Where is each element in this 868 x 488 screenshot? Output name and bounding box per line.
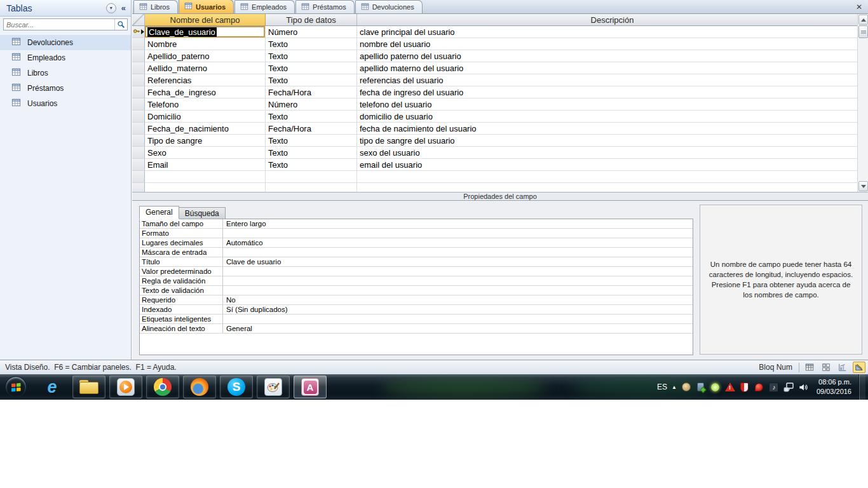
search-icon[interactable] (114, 19, 127, 30)
field-type-cell[interactable]: Texto (266, 38, 357, 50)
property-value[interactable] (223, 229, 693, 238)
field-type-cell[interactable]: Texto (266, 111, 357, 123)
search-input[interactable] (4, 21, 114, 29)
field-desc-cell[interactable]: clave principal del usuario (357, 26, 868, 38)
field-name-cell[interactable]: Telefono (145, 98, 266, 111)
tab-libros[interactable]: Libros (133, 0, 178, 13)
tray-green-glow-icon[interactable] (710, 382, 721, 392)
tray-network-icon[interactable] (783, 382, 794, 392)
field-type-cell[interactable]: Texto (266, 135, 357, 147)
access-icon[interactable]: A (294, 376, 327, 398)
field-type-cell[interactable]: Texto (266, 159, 357, 171)
taskbar-clock[interactable]: 08:06 p.m. 09/03/2016 (817, 377, 851, 396)
row-selector[interactable] (132, 62, 145, 74)
field-desc-cell[interactable]: sexo del usuario (357, 147, 868, 159)
datasheet-view-icon[interactable] (803, 362, 816, 373)
row-selector-primary-key[interactable] (132, 26, 145, 38)
tab-usuarios[interactable]: Usuarios (179, 0, 234, 13)
field-desc-cell[interactable]: fecha de ingreso del usuario (357, 86, 868, 98)
field-type-cell[interactable]: Texto (266, 74, 357, 86)
show-desktop-button[interactable] (858, 374, 865, 400)
row-selector[interactable] (132, 171, 145, 183)
property-value[interactable] (223, 248, 693, 257)
scrollbar-thumb[interactable] (858, 25, 868, 38)
scroll-up-icon[interactable] (858, 15, 868, 25)
scroll-down-icon[interactable] (858, 181, 868, 191)
tab-busqueda[interactable]: Búsqueda (179, 207, 226, 219)
field-type-cell[interactable]: Fecha/Hora (266, 86, 357, 98)
field-desc-cell[interactable]: fecha de nacimiento del usuario (357, 123, 868, 135)
field-type-cell[interactable]: Texto (266, 147, 357, 159)
property-value[interactable] (223, 286, 693, 295)
field-desc-cell[interactable]: email del usuario (357, 159, 868, 171)
field-name-cell[interactable]: Clave_de_usuario (145, 26, 266, 38)
field-desc-cell[interactable] (357, 171, 868, 183)
row-selector[interactable] (132, 183, 145, 192)
sidebar-item-devoluciones[interactable]: Devoluciones (0, 35, 131, 50)
start-button[interactable] (5, 376, 27, 398)
property-value[interactable] (223, 267, 693, 276)
grid-corner[interactable] (132, 14, 145, 26)
field-name-cell[interactable]: Nombre (145, 38, 266, 50)
field-type-cell[interactable]: Número (266, 26, 357, 38)
field-type-cell[interactable]: Texto (266, 62, 357, 74)
row-selector[interactable] (132, 123, 145, 135)
field-desc-cell[interactable]: telefono del usuario (357, 98, 868, 111)
property-value[interactable]: Sí (Sin duplicados) (223, 305, 693, 315)
field-name-cell[interactable]: Apellido_paterno (145, 50, 266, 62)
field-name-cell[interactable]: Referencias (145, 74, 266, 86)
sidebar-item-prestamos[interactable]: Préstamos (0, 81, 131, 96)
pivotchart-view-icon[interactable] (836, 362, 849, 373)
row-selector[interactable] (132, 147, 145, 159)
field-name-cell[interactable]: Sexo (145, 147, 266, 159)
property-value[interactable]: Clave de usuario (223, 257, 693, 267)
column-header-tipo[interactable]: Tipo de datos (266, 14, 357, 26)
field-name-cell[interactable]: Fecha_de_ingreso (145, 86, 266, 98)
internet-explorer-icon[interactable]: e (36, 376, 69, 398)
file-explorer-icon[interactable] (72, 376, 105, 398)
field-desc-cell[interactable]: nombre del usuario (357, 38, 868, 50)
row-selector[interactable] (132, 74, 145, 86)
row-selector[interactable] (132, 38, 145, 50)
field-name-cell[interactable] (145, 171, 266, 183)
column-header-descripcion[interactable]: Descripción (357, 14, 868, 26)
firefox-icon[interactable] (183, 376, 216, 398)
property-value[interactable] (223, 276, 693, 286)
media-player-icon[interactable] (109, 376, 142, 398)
column-header-nombre[interactable]: Nombre del campo (145, 14, 266, 26)
field-name-cell[interactable]: Fecha_de_nacimiento (145, 123, 266, 135)
tab-general[interactable]: General (139, 206, 179, 219)
nav-dropdown-icon[interactable]: ▾ (106, 3, 116, 13)
field-desc-cell[interactable]: apellido materno del usuario (357, 62, 868, 74)
field-type-cell[interactable]: Texto (266, 50, 357, 62)
navigation-pane-header[interactable]: Tablas ▾ « (0, 0, 131, 17)
skype-icon[interactable]: S (220, 376, 253, 398)
paint-icon[interactable] (257, 376, 290, 398)
field-type-cell[interactable]: Número (266, 98, 357, 111)
tray-red-flower-icon[interactable] (754, 382, 764, 392)
sidebar-item-libros[interactable]: Libros (0, 65, 131, 81)
field-name-cell[interactable] (145, 183, 266, 192)
property-value[interactable]: No (223, 295, 693, 305)
property-value[interactable]: Entero largo (223, 219, 693, 229)
tray-music-note-icon[interactable]: ♪ (769, 382, 779, 392)
design-view-icon[interactable] (853, 362, 865, 373)
tab-prestamos[interactable]: Préstamos (295, 0, 355, 13)
field-name-cell[interactable]: Tipo de sangre (145, 135, 266, 147)
row-selector[interactable] (132, 159, 145, 171)
row-selector[interactable] (132, 50, 145, 62)
field-name-cell[interactable]: Aellido_materno (145, 62, 266, 74)
field-type-cell[interactable]: Fecha/Hora (266, 123, 357, 135)
property-value[interactable] (223, 315, 693, 324)
row-selector[interactable] (132, 111, 145, 123)
property-value[interactable]: Automático (223, 238, 693, 248)
shutter-collapse-icon[interactable]: « (120, 3, 127, 13)
tray-device-icon[interactable] (696, 382, 706, 392)
tray-user-icon[interactable] (681, 382, 691, 392)
field-type-cell[interactable] (266, 183, 357, 192)
sidebar-item-empleados[interactable]: Empleados (0, 50, 131, 65)
chrome-icon[interactable] (146, 376, 179, 398)
field-desc-cell[interactable] (357, 183, 868, 192)
sidebar-item-usuarios[interactable]: Usuarios (0, 96, 131, 111)
show-hidden-icons-icon[interactable]: ▲ (672, 384, 677, 390)
